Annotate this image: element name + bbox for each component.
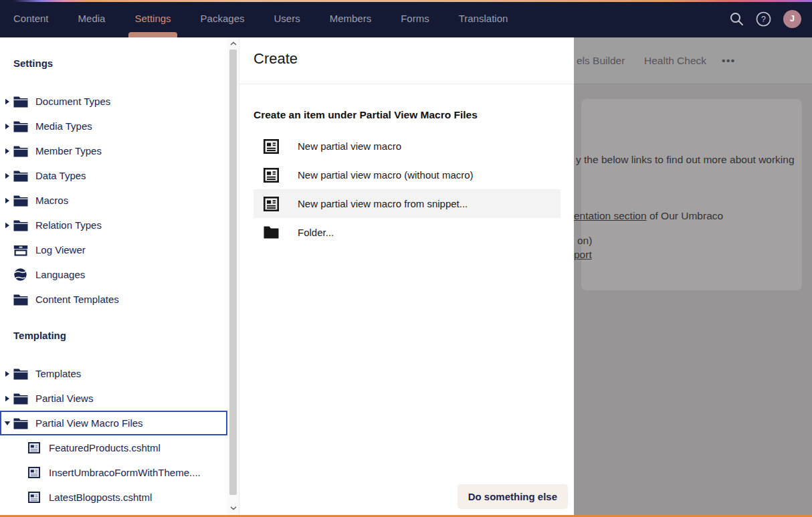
folder-icon	[13, 393, 28, 405]
scroll-up-icon[interactable]	[227, 39, 239, 48]
scrollbar-thumb[interactable]	[229, 49, 237, 495]
nav-item-settings[interactable]: Settings	[134, 0, 171, 37]
tree-heading-settings: Settings	[13, 58, 227, 70]
document-icon	[28, 442, 40, 453]
folder-black-icon	[263, 225, 280, 239]
tree-item-featuredproducts-cshtml[interactable]: FeaturedProducts.cshtml	[0, 435, 227, 460]
caret-right-icon[interactable]	[3, 222, 11, 229]
tree-item-member-types[interactable]: Member Types	[0, 138, 227, 163]
tree-item-label: Member Types	[35, 145, 102, 157]
dashboard-text-fragment: entation section of Our Umbraco	[574, 210, 723, 222]
nav-item-users[interactable]: Users	[274, 0, 300, 37]
folder-icon	[13, 294, 28, 306]
create-option-label: New partial view macro from snippet...	[298, 198, 468, 209]
tree-item-label: Content Templates	[35, 294, 119, 305]
globe-icon	[13, 268, 28, 282]
svg-text:?: ?	[761, 15, 766, 24]
tree-scrollbar[interactable]	[227, 37, 239, 515]
tree-item-label: Log Viewer	[35, 244, 86, 255]
nav-item-translation[interactable]: Translation	[459, 0, 508, 37]
dialog-body: Create an item under Partial View Macro …	[239, 84, 574, 247]
folder-icon	[13, 195, 28, 207]
tree-item-insertumbracoformwiththeme[interactable]: InsertUmbracoFormWithTheme....	[0, 460, 227, 485]
dialog-header: Create	[239, 37, 574, 84]
documentation-link-partial[interactable]: entation section	[574, 210, 647, 221]
tree-item-relation-types[interactable]: Relation Types	[0, 213, 227, 237]
create-option-new-partial-view-macro-from-snippet[interactable]: New partial view macro from snippet...	[253, 189, 561, 218]
create-option-label: New partial view macro	[298, 140, 401, 152]
support-link-partial[interactable]: port	[574, 249, 592, 260]
tree-item-label: Templates	[35, 368, 81, 379]
tree-item-templates[interactable]: Templates	[0, 361, 227, 386]
create-dialog: Create Create an item under Partial View…	[239, 37, 574, 515]
search-icon	[729, 11, 744, 26]
tree-item-data-types[interactable]: Data Types	[0, 163, 227, 188]
dashboard-card	[581, 99, 802, 290]
caret-right-icon[interactable]	[3, 98, 11, 105]
caret-right-icon[interactable]	[3, 173, 11, 179]
caret-right-icon[interactable]	[3, 197, 11, 204]
tree-item-log-viewer[interactable]: Log Viewer	[0, 237, 227, 262]
nav-item-content[interactable]: Content	[13, 0, 49, 37]
folder-icon	[13, 96, 28, 108]
create-option-folder[interactable]: Folder...	[253, 218, 561, 247]
tree-item-languages[interactable]: Languages	[0, 262, 227, 287]
dashboard-text-fragment: y the below links to find out more about…	[576, 154, 795, 166]
dashboard-text-fragment: port	[574, 249, 592, 261]
tab-models-builder-partial[interactable]: els Builder	[577, 37, 625, 84]
caret-down-icon[interactable]	[3, 421, 11, 426]
tree-item-content-templates[interactable]: Content Templates	[0, 287, 227, 312]
nav-item-packages[interactable]: Packages	[201, 0, 245, 37]
create-option-label: New partial view macro (without macro)	[298, 169, 474, 181]
help-button[interactable]: ?	[756, 11, 771, 27]
folder-icon	[13, 219, 28, 231]
folder-icon	[13, 368, 28, 380]
tree-item-label: Media Types	[35, 120, 92, 132]
dashboard-text-fragment: on)	[577, 235, 592, 247]
tree-item-label: FeaturedProducts.cshtml	[49, 442, 161, 453]
newspaper-icon	[263, 138, 280, 154]
nav-item-forms[interactable]: Forms	[401, 0, 429, 37]
tree-item-label: Data Types	[35, 170, 86, 181]
tree-item-label: Partial Views	[35, 393, 93, 404]
tree-item-label: Partial View Macro Files	[35, 417, 143, 429]
top-nav-bar: ContentMediaSettingsPackagesUsersMembers…	[0, 0, 812, 37]
newspaper-icon	[263, 196, 280, 212]
tree-item-macros[interactable]: Macros	[0, 188, 227, 213]
caret-right-icon[interactable]	[3, 123, 11, 130]
create-option-label: Folder...	[298, 227, 334, 238]
tree-item-partial-view-macro-files[interactable]: Partial View Macro Files	[0, 411, 227, 435]
dimmed-background: els Builder Health Check ••• y the below…	[573, 37, 812, 515]
tree-item-label: Languages	[35, 269, 85, 280]
tree-item-label: Macros	[35, 195, 68, 206]
dialog-title: Create	[239, 37, 574, 68]
scroll-down-icon[interactable]	[227, 504, 239, 513]
document-icon	[28, 467, 40, 478]
tree-item-media-types[interactable]: Media Types	[0, 114, 227, 138]
do-something-else-button[interactable]: Do something else	[458, 484, 568, 509]
tree-item-document-types[interactable]: Document Types	[0, 89, 227, 114]
caret-right-icon[interactable]	[3, 148, 11, 154]
caret-right-icon[interactable]	[3, 371, 11, 377]
tab-health-check[interactable]: Health Check	[644, 37, 706, 84]
create-option-new-partial-view-macro-without-macro[interactable]: New partial view macro (without macro)	[253, 161, 561, 189]
tab-overflow-more[interactable]: •••	[722, 37, 736, 84]
umbraco-backoffice: ContentMediaSettingsPackagesUsersMembers…	[0, 0, 812, 517]
dashboard-text: of Our Umbraco	[647, 210, 724, 221]
section-nav: ContentMediaSettingsPackagesUsersMembers…	[13, 0, 508, 37]
tree-item-partial-views[interactable]: Partial Views	[0, 386, 227, 411]
search-button[interactable]	[729, 11, 744, 26]
folder-icon	[13, 145, 28, 157]
newspaper-icon	[263, 167, 280, 183]
topbar-right: ? J	[729, 0, 801, 37]
tree-item-latestblogposts-cshtml[interactable]: LatestBlogposts.cshtml	[0, 485, 227, 510]
create-option-new-partial-view-macro[interactable]: New partial view macro	[253, 132, 561, 161]
tree-item-label: Document Types	[35, 96, 110, 107]
avatar[interactable]: J	[783, 10, 801, 28]
tree-item-label: InsertUmbracoFormWithTheme....	[49, 467, 201, 478]
settings-tree-sidebar: SettingsDocument TypesMedia TypesMember …	[0, 37, 227, 515]
nav-item-media[interactable]: Media	[78, 0, 106, 37]
nav-item-members[interactable]: Members	[330, 0, 372, 37]
caret-right-icon[interactable]	[3, 395, 11, 402]
document-icon	[28, 492, 40, 503]
